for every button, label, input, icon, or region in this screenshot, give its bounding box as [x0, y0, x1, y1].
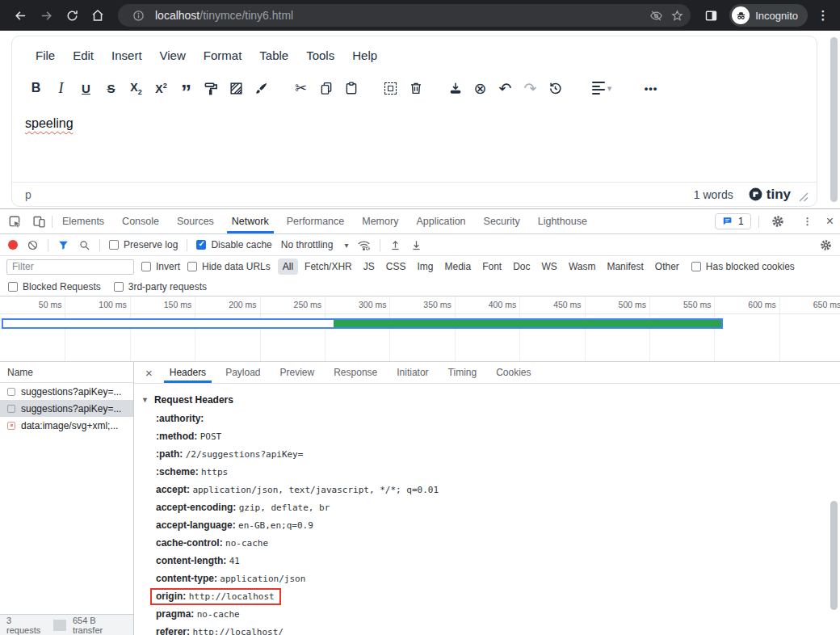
blockquote-button[interactable]: ”: [175, 78, 197, 99]
subscript-button[interactable]: X2: [125, 78, 147, 99]
word-count[interactable]: 1 words: [694, 188, 733, 201]
issues-counter[interactable]: 1: [715, 213, 751, 229]
device-toolbar-icon[interactable]: [27, 211, 50, 232]
filter-type-img[interactable]: Img: [412, 259, 438, 275]
request-headers-section[interactable]: ▼ Request Headers: [141, 390, 840, 410]
home-icon[interactable]: [86, 3, 110, 27]
restore-draft-button[interactable]: [544, 78, 566, 99]
request-row-selected[interactable]: suggestions?apiKey=...: [0, 400, 133, 417]
request-row[interactable]: data:image/svg+xml;...: [0, 417, 133, 434]
menu-file[interactable]: File: [27, 44, 64, 67]
superscript-button[interactable]: X2: [150, 78, 172, 99]
detail-tab-initiator[interactable]: Initiator: [388, 362, 437, 383]
name-column-header[interactable]: Name: [0, 362, 133, 383]
scrollbar-thumb[interactable]: [830, 37, 838, 202]
detail-tab-preview[interactable]: Preview: [271, 362, 324, 383]
invert-toggle[interactable]: Invert: [141, 261, 180, 272]
paste-button[interactable]: [340, 78, 362, 99]
highlighter-button[interactable]: [250, 78, 272, 99]
menu-view[interactable]: View: [151, 44, 195, 67]
site-info-icon[interactable]: [128, 5, 149, 26]
cut-button[interactable]: ✂: [290, 78, 312, 99]
align-left-button[interactable]: ▾: [584, 78, 620, 99]
devtools-close-icon[interactable]: ×: [826, 215, 834, 228]
clear-icon[interactable]: [27, 239, 39, 251]
filter-type-css[interactable]: CSS: [381, 259, 411, 275]
tab-security[interactable]: Security: [476, 209, 528, 233]
reload-icon[interactable]: [60, 3, 84, 27]
menu-tools[interactable]: Tools: [297, 44, 343, 67]
settings-gear-icon[interactable]: [766, 211, 789, 232]
detail-tab-timing[interactable]: Timing: [439, 362, 486, 383]
has-blocked-cookies-toggle[interactable]: Has blocked cookies: [691, 261, 795, 272]
detail-tab-cookies[interactable]: Cookies: [487, 362, 540, 383]
network-timeline[interactable]: 50 ms 100 ms 150 ms 200 ms 250 ms 300 ms…: [0, 296, 840, 362]
filter-type-other[interactable]: Other: [650, 259, 684, 275]
menu-edit[interactable]: Edit: [64, 44, 103, 67]
address-bar[interactable]: localhost/tinymce/tiny6.html: [118, 4, 691, 27]
side-panel-icon[interactable]: [699, 3, 723, 27]
detail-tab-payload[interactable]: Payload: [216, 362, 269, 383]
element-path[interactable]: p: [25, 188, 32, 201]
filter-type-media[interactable]: Media: [439, 259, 476, 275]
detail-tab-response[interactable]: Response: [325, 362, 386, 383]
remove-button[interactable]: ⊗: [469, 78, 491, 99]
overview-request-bar[interactable]: [2, 318, 723, 329]
import-har-icon[interactable]: [389, 239, 401, 251]
filter-type-ws[interactable]: WS: [537, 259, 562, 275]
select-all-button[interactable]: [380, 78, 401, 99]
page-scrollbar[interactable]: [830, 37, 838, 202]
hide-data-urls-checkbox[interactable]: [187, 262, 197, 271]
record-icon[interactable]: [8, 240, 18, 250]
underline-button[interactable]: U: [75, 78, 97, 99]
devtools-menu-icon[interactable]: ⋮: [796, 211, 819, 232]
disable-cache-toggle[interactable]: Disable cache: [196, 239, 271, 250]
filter-input[interactable]: [6, 259, 134, 275]
third-party-toggle[interactable]: 3rd-party requests: [114, 281, 207, 292]
menu-help[interactable]: Help: [343, 44, 386, 67]
resize-grip[interactable]: [799, 192, 810, 204]
tiny-branding[interactable]: tiny: [748, 187, 791, 203]
filter-type-all[interactable]: All: [278, 259, 298, 275]
italic-button[interactable]: I: [50, 78, 72, 99]
filter-type-font[interactable]: Font: [477, 259, 506, 275]
tab-lighthouse[interactable]: Lighthouse: [530, 209, 595, 233]
filter-type-wasm[interactable]: Wasm: [564, 259, 601, 275]
strikethrough-button[interactable]: S: [100, 78, 122, 99]
detail-scrollbar-thumb[interactable]: [830, 501, 838, 610]
menu-format[interactable]: Format: [195, 44, 251, 67]
network-settings-gear-icon[interactable]: [820, 239, 832, 251]
inspect-element-icon[interactable]: [3, 211, 26, 232]
filter-icon[interactable]: [57, 239, 69, 251]
preserve-log-checkbox[interactable]: [109, 240, 119, 250]
disable-cache-checkbox[interactable]: [196, 240, 206, 250]
menu-insert[interactable]: Insert: [103, 44, 151, 67]
fill-color-button[interactable]: [225, 78, 247, 99]
bold-button[interactable]: B: [25, 78, 47, 99]
close-detail-icon[interactable]: ×: [139, 366, 159, 380]
download-button[interactable]: [444, 78, 466, 99]
invert-checkbox[interactable]: [141, 262, 151, 271]
copy-button[interactable]: [315, 78, 337, 99]
incognito-badge[interactable]: Incognito: [729, 4, 808, 27]
search-icon[interactable]: [78, 239, 90, 251]
redo-button[interactable]: ↷: [519, 78, 541, 99]
forward-icon[interactable]: [34, 3, 58, 27]
preserve-log-toggle[interactable]: Preserve log: [109, 239, 178, 250]
back-icon[interactable]: [8, 3, 32, 27]
delete-button[interactable]: [405, 78, 426, 99]
tab-elements[interactable]: Elements: [54, 209, 112, 233]
blocked-requests-toggle[interactable]: Blocked Requests: [8, 281, 101, 292]
tab-application[interactable]: Application: [408, 209, 473, 233]
misspelled-word[interactable]: speeling: [25, 116, 74, 130]
tab-console[interactable]: Console: [114, 209, 167, 233]
eye-off-icon[interactable]: [645, 5, 666, 26]
filter-type-manifest[interactable]: Manifest: [602, 259, 648, 275]
more-toolbar-button[interactable]: •••: [637, 78, 665, 99]
detail-tab-headers[interactable]: Headers: [161, 362, 215, 383]
filter-type-js[interactable]: JS: [359, 259, 380, 275]
export-har-icon[interactable]: [410, 239, 422, 251]
tab-performance[interactable]: Performance: [279, 209, 353, 233]
undo-button[interactable]: ↶: [494, 78, 516, 99]
throttling-select[interactable]: No throttling ▾: [281, 239, 349, 250]
